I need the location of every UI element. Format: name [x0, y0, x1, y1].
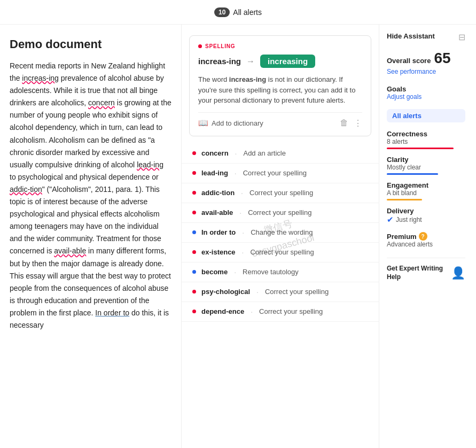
alert-item[interactable]: lead-ing · Correct your spelling	[182, 164, 379, 183]
all-alerts-label: All alerts	[233, 8, 262, 17]
person-icon: 👤	[451, 266, 465, 280]
alert-dot-5	[192, 250, 196, 254]
spelling-card: SPELLING increas-ing → increasing The wo…	[189, 35, 371, 136]
correctness-metric: Correctness 8 alerts	[387, 130, 465, 149]
alert-word-1: lead-ing	[201, 169, 228, 177]
alert-item[interactable]: concern · Add an article	[182, 144, 379, 164]
alert-item[interactable]: depend-ence · Correct your spelling	[182, 302, 379, 322]
engagement-sub: A bit bland	[387, 189, 465, 197]
correctness-bar	[387, 148, 454, 149]
engagement-metric: Engagement A bit bland	[387, 181, 465, 200]
spell-label: SPELLING	[198, 43, 362, 49]
highlight-leading[interactable]: lead-ing	[137, 160, 163, 169]
alert-dot-6	[192, 270, 196, 274]
alert-desc-1: Correct your spelling	[243, 169, 307, 177]
clarity-metric: Clarity Mostly clear	[387, 156, 465, 175]
more-icon[interactable]: ⋮	[354, 118, 362, 128]
goals-label: Goals	[387, 85, 465, 93]
highlight-in-order-to[interactable]: In order to	[95, 308, 129, 317]
clarity-bar	[387, 173, 438, 175]
premium-sub: Advanced alerts	[387, 241, 465, 248]
alert-item[interactable]: In order to · Change the wording	[182, 223, 379, 243]
alert-dot-4	[192, 230, 196, 234]
alert-sep-3: ·	[239, 208, 241, 217]
alert-sep-0: ·	[235, 149, 237, 158]
correctness-label: Correctness	[387, 130, 465, 138]
alert-dot-8	[192, 310, 196, 313]
delivery-metric: Delivery ✔ Just right	[387, 207, 465, 225]
expert-label: Get Expert Writing Help	[387, 265, 447, 281]
arrow-icon: →	[246, 57, 255, 66]
alert-desc-7: Correct your spelling	[265, 288, 329, 296]
premium-badge: ?	[419, 232, 427, 241]
doc-body: Recent media reports in New Zealand high…	[10, 60, 171, 331]
alert-desc-0: Add an article	[243, 149, 286, 157]
trash-icon[interactable]: 🗑	[340, 118, 348, 128]
badge-count: 10	[214, 7, 230, 17]
alert-item[interactable]: become · Remove tautology	[182, 262, 379, 282]
correctness-sub: 8 alerts	[387, 138, 465, 145]
alerts-badge[interactable]: 10 All alerts	[214, 7, 262, 17]
alert-word-8: depend-ence	[201, 307, 244, 315]
score-label: Overall score	[387, 57, 431, 65]
alert-desc-6: Remove tautology	[243, 268, 299, 276]
alert-word-7: psy-chological	[201, 288, 250, 296]
adjust-goals-link[interactable]: Adjust goals	[387, 93, 465, 101]
alert-sep-8: ·	[251, 307, 253, 316]
delivery-label: Delivery	[387, 207, 465, 215]
alert-item[interactable]: ex-istence · Correct your spelling	[182, 243, 379, 262]
highlight-available[interactable]: avail-able	[54, 246, 86, 255]
alert-dot-3	[192, 211, 196, 214]
doc-title: Demo document	[10, 37, 171, 51]
alert-sep-5: ·	[242, 248, 244, 257]
alerts-list: concern · Add an article lead-ing · Corr…	[182, 144, 379, 322]
alert-dot-7	[192, 290, 196, 293]
alert-sep-2: ·	[241, 189, 243, 197]
spell-correction: increas-ing → increasing	[198, 55, 362, 68]
hide-assistant-section: Hide Assistant ⊟	[387, 32, 465, 42]
alert-item[interactable]: addic-tion · Correct your spelling	[182, 183, 379, 203]
spell-suggestion[interactable]: increasing	[260, 55, 315, 68]
top-bar: 10 All alerts	[0, 0, 476, 25]
all-alerts-button[interactable]: All alerts	[387, 109, 465, 122]
spell-original: increas-ing	[198, 57, 241, 66]
goals-section: Goals Adjust goals	[387, 85, 465, 101]
highlight-addiction[interactable]: addic-tion	[10, 185, 42, 194]
spell-desc: The word increas-ing is not in our dicti…	[198, 74, 362, 106]
alert-desc-5: Correct your spelling	[250, 248, 314, 256]
alert-item[interactable]: avail-able · Correct your spelling	[182, 203, 379, 223]
spell-actions: 📖 Add to dictionary 🗑 ⋮	[198, 112, 362, 128]
alert-desc-3: Correct your spelling	[248, 208, 311, 217]
engagement-label: Engagement	[387, 181, 465, 189]
right-sidebar: Hide Assistant ⊟ Overall score 65 See pe…	[379, 25, 473, 448]
add-to-dictionary-btn[interactable]: 📖 Add to dictionary	[198, 118, 263, 128]
spell-icons: 🗑 ⋮	[340, 118, 362, 128]
alert-sep-1: ·	[235, 169, 237, 177]
alert-word-5: ex-istence	[201, 248, 236, 256]
score-number: 65	[434, 50, 450, 67]
alert-word-6: become	[201, 268, 228, 276]
clarity-label: Clarity	[387, 156, 465, 164]
alert-dot-0	[192, 151, 196, 155]
hide-icon[interactable]: ⊟	[458, 32, 465, 42]
see-performance-link[interactable]: See performance	[387, 68, 465, 75]
alert-dot-1	[192, 171, 196, 175]
score-section: Overall score 65 See performance	[387, 50, 465, 75]
alert-word-3: avail-able	[201, 208, 233, 217]
expert-help-section[interactable]: Get Expert Writing Help 👤	[387, 258, 465, 281]
clarity-sub: Mostly clear	[387, 164, 465, 171]
alert-word-4: In order to	[201, 228, 236, 236]
highlight-concern[interactable]: concern	[88, 98, 115, 107]
alert-dot-2	[192, 191, 196, 195]
main-layout: Demo document Recent media reports in Ne…	[0, 25, 476, 448]
premium-section: Premium ? Advanced alerts	[387, 232, 465, 248]
engagement-bar	[387, 199, 422, 200]
highlight-increasing[interactable]: increas-ing	[22, 74, 58, 82]
alert-item[interactable]: psy-chological · Correct your spelling	[182, 282, 379, 302]
book-icon: 📖	[198, 118, 208, 128]
alert-desc-4: Change the wording	[251, 228, 313, 236]
alert-desc-8: Correct your spelling	[259, 307, 323, 315]
check-icon: ✔	[387, 215, 394, 225]
hide-assistant-label: Hide Assistant	[387, 32, 435, 40]
alert-desc-2: Correct your spelling	[249, 189, 313, 197]
